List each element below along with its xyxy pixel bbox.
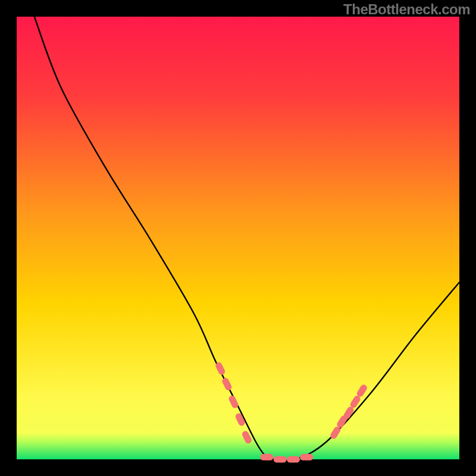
curve-marker (287, 456, 300, 463)
chart-svg (0, 0, 476, 476)
watermark-text: TheBottleneck.com (343, 1, 470, 18)
curve-marker (300, 454, 313, 461)
chart-root: TheBottleneck.com (0, 0, 476, 476)
curve-marker (274, 456, 287, 463)
plot-area (17, 17, 459, 459)
curve-marker (260, 454, 273, 461)
